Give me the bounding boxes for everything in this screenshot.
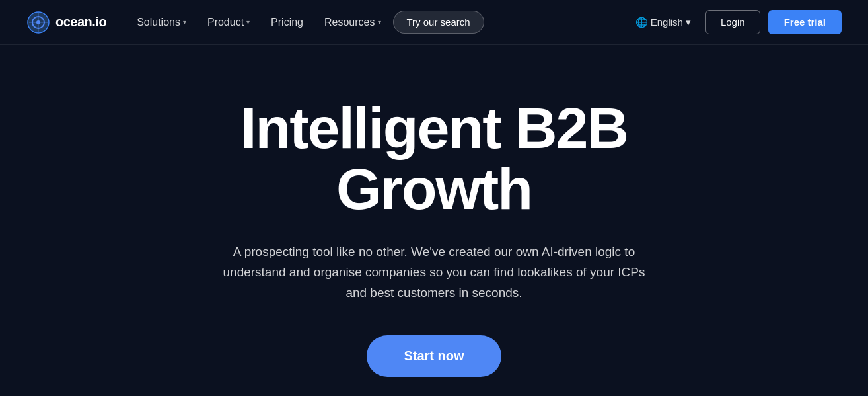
free-trial-button[interactable]: Free trial xyxy=(768,10,842,34)
nav-right: 🌐 English ▾ Login Free trial xyxy=(629,10,842,34)
nav-solutions[interactable]: Solutions ▾ xyxy=(127,11,196,34)
solutions-chevron-icon: ▾ xyxy=(183,19,186,26)
nav-links: Solutions ▾ Product ▾ Pricing Resources … xyxy=(127,11,629,34)
navbar: ocean.io Solutions ▾ Product ▾ Pricing R… xyxy=(0,0,868,45)
logo-link[interactable]: ocean.io xyxy=(26,11,106,34)
nav-product[interactable]: Product ▾ xyxy=(198,11,259,34)
product-chevron-icon: ▾ xyxy=(246,19,250,26)
login-button[interactable]: Login xyxy=(705,10,760,34)
hero-title: Intelligent B2B Growth xyxy=(240,98,628,220)
hero-section: Intelligent B2B Growth A prospecting too… xyxy=(0,45,868,396)
nav-resources[interactable]: Resources ▾ xyxy=(315,11,390,34)
logo-text: ocean.io xyxy=(55,15,106,30)
resources-chevron-icon: ▾ xyxy=(378,19,381,26)
logo-icon xyxy=(26,11,50,34)
globe-icon: 🌐 xyxy=(635,17,648,28)
language-selector[interactable]: 🌐 English ▾ xyxy=(629,11,698,34)
nav-pricing[interactable]: Pricing xyxy=(262,11,312,34)
language-chevron-icon: ▾ xyxy=(686,17,691,28)
try-search-button[interactable]: Try our search xyxy=(393,11,484,34)
hero-subtitle: A prospecting tool like no other. We've … xyxy=(216,241,652,303)
start-now-button[interactable]: Start now xyxy=(367,335,501,377)
